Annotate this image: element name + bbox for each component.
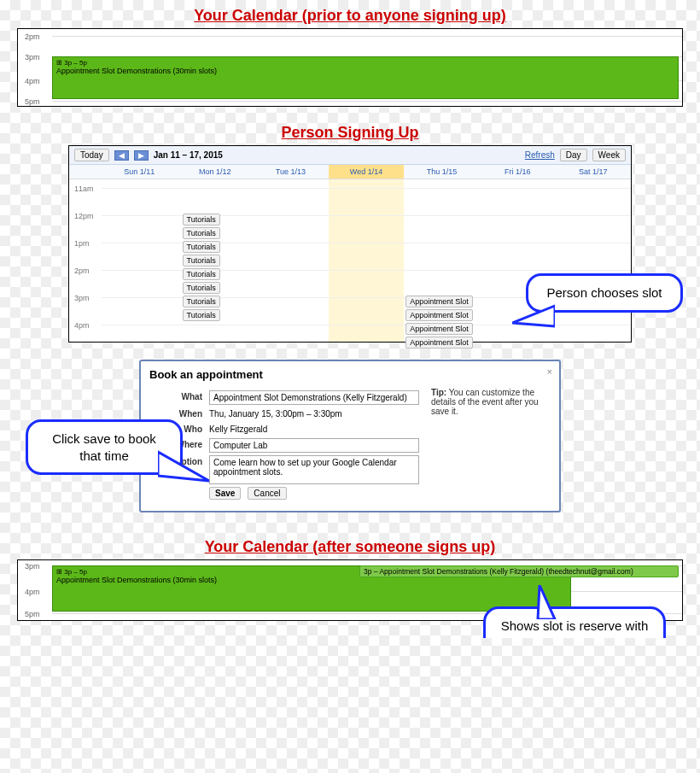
what-input[interactable]: Appointment Slot Demonstrations (Kelly F… [209,390,419,405]
description-input[interactable]: Come learn how to set up your Google Cal… [209,455,419,484]
day-header[interactable]: Fri 1/16 [480,165,556,179]
when-value: Thu, January 15, 3:00pm – 3:30pm [209,407,342,420]
caption-before: Your Calendar (prior to anyone signing u… [0,7,700,25]
day-header[interactable]: Wed 1/14 [329,165,405,179]
date-range: Jan 11 – 17, 2015 [154,150,223,160]
where-input[interactable]: Computer Lab [209,438,419,453]
appointment-slot[interactable]: Appointment Slot [405,309,473,321]
appointment-slot[interactable]: Appointment Slot [405,323,473,335]
appointment-block[interactable]: ⊞ 3p – 5p Appointment Slot Demonstration… [52,56,679,99]
tutorial-slot[interactable]: Tutorials [183,241,220,253]
tutorial-slot[interactable]: Tutorials [183,309,220,321]
caption-signup: Person Signing Up [0,124,700,142]
prev-button[interactable]: ◀ [114,150,129,161]
hour-label: 3pm [25,53,40,61]
day-view-button[interactable]: Day [560,149,587,161]
hour-label: 11am [74,184,94,193]
day-header[interactable]: Tue 1/13 [253,165,329,179]
tutorial-slot[interactable]: Tutorials [183,255,220,266]
refresh-link[interactable]: Refresh [525,150,555,160]
hour-label: 4pm [25,588,40,596]
day-header[interactable]: Mon 1/12 [178,165,254,179]
day-header[interactable]: Sun 1/11 [102,165,178,179]
event-time: 3p – 5p [64,568,87,576]
day-header[interactable]: Sat 1/17 [555,165,631,179]
when-label: When [149,407,202,419]
event-title: Appointment Slot Demonstrations (30min s… [56,67,674,75]
callout-reserved: Shows slot is reserve with name of perso… [483,606,666,638]
tutorial-slot[interactable]: Tutorials [183,268,220,280]
tutorial-slot[interactable]: Tutorials [183,282,220,294]
caption-after: Your Calendar (after someone signs up) [0,538,700,556]
next-button[interactable]: ▶ [134,150,149,161]
hour-label: 3pm [74,294,90,302]
hour-label: 5pm [25,610,40,618]
dialog-tip: Tip: You can customize the details of th… [431,388,551,502]
hour-label: 4pm [74,321,90,330]
hour-label: 1pm [74,239,90,248]
event-time: 3p – 5p [64,59,87,67]
cancel-button[interactable]: Cancel [248,487,286,500]
hour-label: 12pm [74,212,94,220]
svg-marker-2 [538,585,555,619]
save-button[interactable]: Save [209,487,241,500]
hour-label: 2pm [74,266,90,275]
hour-label: 3pm [25,562,40,571]
what-label: What [149,390,202,401]
booked-slot[interactable]: 3p – Appointment Slot Demonstrations (Ke… [359,565,679,577]
tutorial-slot[interactable]: Tutorials [183,214,220,225]
svg-marker-0 [512,306,555,326]
day-header[interactable]: Thu 1/15 [404,165,480,179]
appointment-slot[interactable]: Appointment Slot [405,337,473,348]
tutorial-slot[interactable]: Tutorials [183,296,220,307]
appointment-slot[interactable]: Appointment Slot [405,296,473,307]
who-value: Kelly Fitzgerald [209,423,267,436]
book-appointment-dialog: × Book an appointment What Appointment S… [139,360,561,512]
hour-label: 4pm [25,77,40,85]
hour-label: 2pm [25,32,40,41]
tutorial-slot[interactable]: Tutorials [183,227,220,239]
svg-marker-1 [158,452,209,481]
week-view-button[interactable]: Week [592,149,626,161]
calendar-before-panel: 2pm 3pm 4pm 5pm ⊞ 3p – 5p Appointment Sl… [17,28,683,107]
close-icon[interactable]: × [547,366,552,377]
dialog-title: Book an appointment [141,361,559,384]
signup-toolbar: Today ◀ ▶ Jan 11 – 17, 2015 Refresh Day … [69,146,631,165]
today-button[interactable]: Today [74,149,109,161]
day-header-row: Sun 1/11 Mon 1/12 Tue 1/13 Wed 1/14 Thu … [69,165,631,179]
hour-label: 5pm [25,97,40,106]
